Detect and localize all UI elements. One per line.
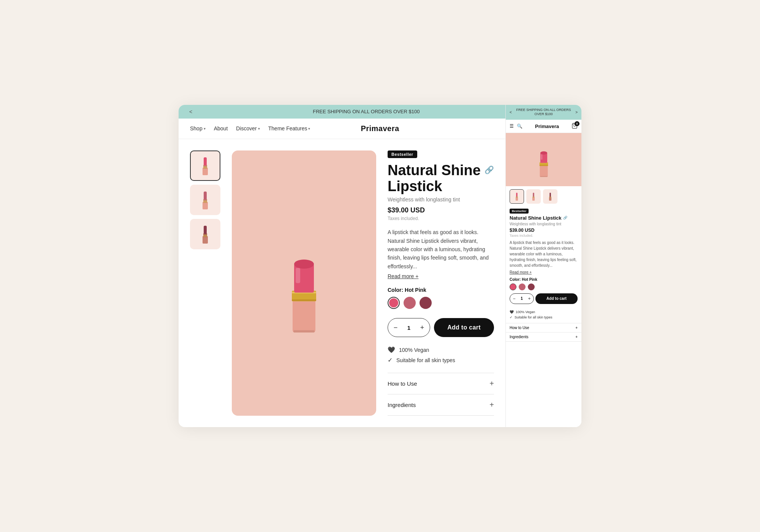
side-nav-left: ☰ 🔍 xyxy=(510,124,522,129)
svg-rect-31 xyxy=(541,154,542,160)
side-thumbnail-1[interactable] xyxy=(510,189,524,204)
side-accordion-how-to-use-plus-icon: + xyxy=(575,326,578,330)
side-ann-text: FREE SHIPPING ON ALL ORDERS OVER $100 xyxy=(512,108,575,117)
thumbnail-3[interactable] xyxy=(190,219,220,249)
svg-rect-19 xyxy=(292,299,316,301)
side-ann-next[interactable]: > xyxy=(575,110,578,115)
side-feature-vegan: 🖤 100% Vegan xyxy=(510,310,578,314)
main-product-image xyxy=(232,150,376,416)
product-info: Bestseller Natural Shine Lipstick 🔗 Weig… xyxy=(388,150,494,416)
side-product-tax: Taxes included. xyxy=(510,234,578,238)
svg-rect-43 xyxy=(549,193,551,196)
product-subtitle: Weightless with longlasting tint xyxy=(388,196,494,203)
heart-icon: 🖤 xyxy=(388,346,395,353)
product-price: $39.00 USD xyxy=(388,206,494,214)
side-link-icon[interactable]: 🔗 xyxy=(563,216,567,220)
side-read-more-link[interactable]: Read more + xyxy=(510,270,532,274)
theme-features-chevron-icon: ▾ xyxy=(308,127,310,131)
side-product-title: Natural Shine Lipstick 🔗 xyxy=(510,215,578,221)
svg-rect-22 xyxy=(296,268,300,283)
color-label: Color: Hot Pink xyxy=(388,287,494,293)
side-search-icon[interactable]: 🔍 xyxy=(517,124,522,129)
side-swatch-hotpink[interactable] xyxy=(510,283,516,290)
announcement-text: FREE SHIPPING ON ALL ORDERS OVER $100 xyxy=(195,109,537,114)
side-add-to-cart-button[interactable]: Add to cart xyxy=(535,293,578,304)
side-announcement-bar: < FREE SHIPPING ON ALL ORDERS OVER $100 … xyxy=(506,105,581,120)
side-logo[interactable]: Primavera xyxy=(535,124,559,129)
thumbnail-1[interactable] xyxy=(190,150,220,181)
side-product-price: $39.00 USD xyxy=(510,228,578,233)
side-check-icon: ✓ xyxy=(510,315,513,319)
svg-rect-10 xyxy=(204,192,207,200)
side-thumbnails xyxy=(506,186,581,207)
nav-shop[interactable]: Shop ▾ xyxy=(190,125,206,131)
svg-rect-33 xyxy=(516,197,518,201)
page-wrapper: < FREE SHIPPING ON ALL ORDERS OVER $100 … xyxy=(179,105,581,428)
discover-chevron-icon: ▾ xyxy=(258,127,260,131)
swatch-hotpink[interactable] xyxy=(388,297,400,309)
side-qty-decrease-button[interactable]: − xyxy=(510,294,518,304)
check-icon: ✓ xyxy=(388,356,393,364)
qty-decrease-button[interactable]: − xyxy=(388,318,403,337)
side-swatch-berry[interactable] xyxy=(528,283,535,290)
accordion-ingredients-plus-icon: + xyxy=(489,401,494,409)
side-thumbnail-3[interactable] xyxy=(543,189,557,204)
svg-point-30 xyxy=(540,151,547,154)
swatch-berry[interactable] xyxy=(420,297,432,309)
side-hamburger-icon[interactable]: ☰ xyxy=(510,124,514,129)
accordion-how-to-use-plus-icon: + xyxy=(489,379,494,388)
svg-rect-7 xyxy=(203,167,207,168)
add-to-cart-row: − 1 + Add to cart xyxy=(388,318,494,337)
side-add-to-cart-row: − 1 + Add to cart xyxy=(510,293,578,304)
qty-increase-button[interactable]: + xyxy=(415,318,430,337)
side-color-label: Color: Hot Pink xyxy=(510,277,578,282)
ann-prev-arrow[interactable]: < xyxy=(186,109,195,115)
svg-rect-32 xyxy=(540,176,548,177)
feature-vegan: 🖤 100% Vegan xyxy=(388,346,494,353)
bestseller-badge: Bestseller xyxy=(388,150,417,158)
side-nav-bar: ☰ 🔍 Primavera 0 xyxy=(506,120,581,133)
side-product-description: A lipstick that feels as good as it look… xyxy=(510,240,578,268)
side-heart-icon: 🖤 xyxy=(510,310,514,314)
side-swatch-mauve[interactable] xyxy=(519,283,526,290)
svg-rect-44 xyxy=(549,197,551,198)
main-content: Bestseller Natural Shine Lipstick 🔗 Weig… xyxy=(179,139,505,428)
product-link-icon[interactable]: 🔗 xyxy=(484,166,494,174)
read-more-link[interactable]: Read more + xyxy=(388,273,418,279)
nav-theme-features[interactable]: Theme Features ▾ xyxy=(268,125,310,131)
side-features: 🖤 100% Vegan ✓ Suitable for all skin typ… xyxy=(506,310,581,323)
nav-discover[interactable]: Discover ▾ xyxy=(236,125,260,131)
svg-rect-15 xyxy=(203,235,207,237)
side-thumbnail-2[interactable] xyxy=(526,189,541,204)
svg-rect-28 xyxy=(539,165,548,166)
side-product-image xyxy=(506,133,581,186)
side-bestseller-badge: Bestseller xyxy=(510,209,529,214)
side-accordion-ingredients-plus-icon: + xyxy=(575,335,578,339)
side-quantity-control: − 1 + xyxy=(510,293,534,304)
side-qty-increase-button[interactable]: + xyxy=(525,294,534,304)
accordion-how-to-use-header[interactable]: How to Use + xyxy=(388,379,494,388)
swatch-mauve[interactable] xyxy=(404,297,416,309)
qty-value: 1 xyxy=(403,325,415,331)
svg-rect-36 xyxy=(516,197,518,198)
svg-rect-25 xyxy=(540,165,548,177)
site-logo[interactable]: Primavera xyxy=(361,124,399,133)
svg-rect-11 xyxy=(203,201,207,203)
side-qty-value: 1 xyxy=(518,296,525,301)
accordion-ingredients-header[interactable]: Ingredients + xyxy=(388,401,494,409)
svg-rect-23 xyxy=(293,330,315,332)
product-title: Natural Shine Lipstick 🔗 xyxy=(388,163,494,195)
svg-rect-6 xyxy=(204,157,207,166)
product-tax: Taxes included. xyxy=(388,216,494,221)
shop-chevron-icon: ▾ xyxy=(204,127,206,131)
thumbnail-2[interactable] xyxy=(190,185,220,215)
svg-rect-16 xyxy=(293,298,315,332)
nav-about[interactable]: About xyxy=(214,125,228,131)
quantity-control: − 1 + xyxy=(388,318,430,337)
side-accordion-how-to-use[interactable]: How to Use + xyxy=(506,323,581,332)
svg-rect-14 xyxy=(204,226,207,234)
side-cart-icon[interactable]: 0 xyxy=(572,123,578,130)
side-product-details: Bestseller Natural Shine Lipstick 🔗 Weig… xyxy=(506,207,581,310)
side-accordion-ingredients[interactable]: Ingredients + xyxy=(506,332,581,342)
add-to-cart-button[interactable]: Add to cart xyxy=(434,318,494,337)
